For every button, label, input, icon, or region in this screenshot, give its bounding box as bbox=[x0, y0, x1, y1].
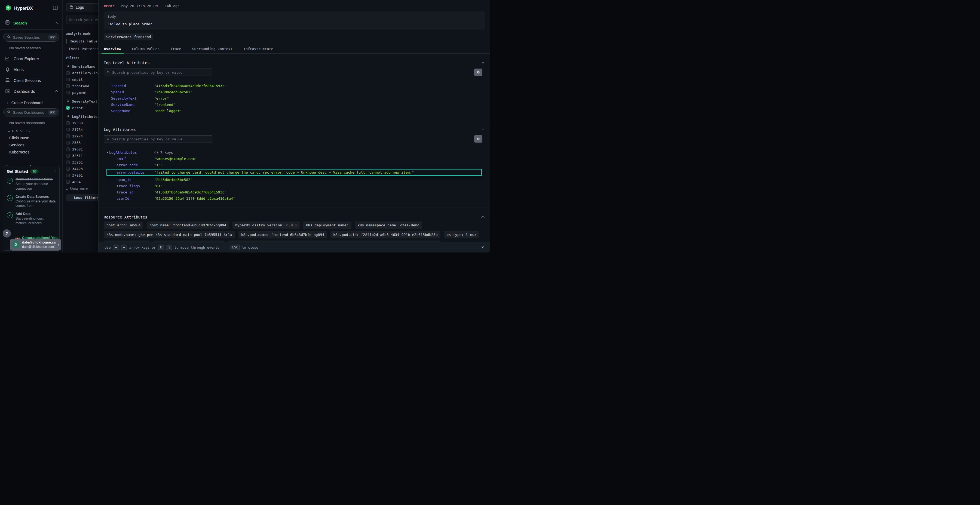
sidebar-item-search[interactable]: Search bbox=[0, 15, 62, 29]
brand-name: HyperDX bbox=[14, 6, 50, 11]
resource-chip[interactable]: host.name: frontend-6b6c8d7bfd-ng894 bbox=[147, 221, 229, 229]
tab-surrounding-context[interactable]: Surrounding Context bbox=[190, 45, 235, 54]
filter-option-checked[interactable]: ✓error bbox=[66, 106, 98, 110]
saved-searches-input[interactable]: ⌘K bbox=[3, 33, 59, 41]
attribute-row[interactable]: ServiceNamefrontend bbox=[104, 102, 485, 108]
archive-box-icon bbox=[69, 5, 73, 10]
checkbox[interactable] bbox=[66, 154, 70, 157]
collapse-section-icon[interactable] bbox=[481, 129, 484, 132]
resource-chip[interactable]: host.arch: amd64 bbox=[104, 221, 143, 229]
attribute-row-highlighted[interactable]: error.detailsfailed to charge card: coul… bbox=[107, 169, 482, 176]
property-search-input[interactable] bbox=[104, 68, 212, 76]
get-started-item[interactable]: ✓ Add Data Start sending logs, metrics, … bbox=[7, 212, 56, 226]
presets-toggle[interactable]: PRESETS bbox=[8, 129, 62, 133]
resource-chip[interactable]: k8s.pod.uid: f284fb2d-a0b3-4634-991b-e2c… bbox=[331, 231, 441, 238]
saved-dashboards-field[interactable] bbox=[13, 110, 46, 114]
preset-services[interactable]: Services bbox=[9, 143, 62, 147]
resource-chip[interactable]: k8s.node.name: gke-pme-k8s-standard-main… bbox=[104, 231, 235, 238]
checkbox[interactable] bbox=[66, 167, 70, 171]
saved-dashboards-input[interactable]: ⌘K bbox=[3, 108, 59, 116]
event-search-field[interactable] bbox=[69, 18, 98, 22]
check-circle-icon: ✓ bbox=[7, 178, 13, 184]
checkbox[interactable] bbox=[66, 78, 70, 81]
filter-option[interactable]: 22974 bbox=[66, 134, 98, 138]
filter-option[interactable]: 32311 bbox=[66, 154, 98, 158]
tab-overview[interactable]: Overview bbox=[102, 45, 124, 54]
close-icon[interactable]: × bbox=[481, 245, 484, 250]
filter-option[interactable]: payment bbox=[66, 91, 98, 95]
checkbox[interactable] bbox=[66, 173, 70, 177]
attribute-row[interactable]: SpanId2b43d0c4dd6bc582 bbox=[104, 89, 485, 95]
filter-option[interactable]: frontend bbox=[66, 84, 98, 88]
filter-option[interactable]: email bbox=[66, 78, 98, 82]
attribute-row[interactable]: emailvmoses@example.com bbox=[104, 156, 485, 162]
attribute-row[interactable]: SeverityTexterror bbox=[104, 95, 485, 102]
tab-trace[interactable]: Trace bbox=[168, 45, 183, 54]
mode-results-table[interactable]: Results Table bbox=[66, 39, 98, 43]
filter-option[interactable]: 34423 bbox=[66, 167, 98, 171]
filter-option[interactable]: 4894 bbox=[66, 180, 98, 184]
attribute-row[interactable]: ScopeNamenode-logger bbox=[104, 108, 485, 114]
less-filters-button[interactable]: Less filters bbox=[66, 194, 98, 201]
filter-option[interactable]: 19350 bbox=[66, 121, 98, 125]
source-select[interactable]: Logs bbox=[66, 3, 98, 11]
filter-option[interactable]: 37801 bbox=[66, 173, 98, 178]
resource-chip[interactable]: k8s.namespace.name: otel-demo bbox=[355, 221, 422, 229]
checkbox[interactable] bbox=[66, 91, 70, 94]
saved-searches-field[interactable] bbox=[13, 35, 46, 40]
collapse-section-icon[interactable] bbox=[481, 216, 484, 219]
get-started-item[interactable]: ✓ Connect to ClickHouse Set up your data… bbox=[7, 177, 56, 191]
checkbox-checked[interactable]: ✓ bbox=[66, 106, 70, 110]
attribute-row[interactable]: TraceId4156d3fbc40a64854d9dc7f68641593c bbox=[104, 83, 485, 89]
resource-chip[interactable]: k8s.deployment.name: bbox=[303, 221, 352, 229]
filter-option[interactable]: 21734 bbox=[66, 128, 98, 132]
attribute-row[interactable]: span_id2b43d0c4dd6bc582 bbox=[104, 176, 485, 183]
gear-icon[interactable]: ⚙ bbox=[474, 135, 482, 143]
create-dashboard-button[interactable]: + Create Dashboard bbox=[0, 97, 62, 105]
checkbox[interactable] bbox=[66, 160, 70, 164]
property-search-field[interactable] bbox=[112, 70, 209, 75]
attribute-row[interactable]: trace_id4156d3fbc40a64854d9dc7f68641593c bbox=[104, 189, 485, 195]
attribute-row[interactable]: trace_flags01 bbox=[104, 183, 485, 189]
attribute-row[interactable]: userId92a55156-39a4-11f0-8ddd-a2eca416a8… bbox=[104, 195, 485, 202]
sidebar-collapse-icon[interactable] bbox=[52, 5, 58, 12]
checkbox[interactable] bbox=[66, 128, 70, 132]
checkbox[interactable] bbox=[66, 134, 70, 138]
resource-chip[interactable]: k8s.pod.name: frontend-6b6c8d7bfd-ng894 bbox=[239, 231, 327, 238]
checkbox[interactable] bbox=[66, 71, 70, 75]
tab-column-values[interactable]: Column Values bbox=[130, 45, 162, 54]
checkbox[interactable] bbox=[66, 148, 70, 151]
service-name-chip[interactable]: ServiceName: frontend bbox=[104, 33, 153, 40]
checkbox[interactable] bbox=[66, 121, 70, 125]
sidebar-item-alerts[interactable]: Alerts bbox=[0, 64, 62, 75]
sidebar-item-client-sessions[interactable]: Client Sessions bbox=[0, 75, 62, 86]
filter-option[interactable]: 29081 bbox=[66, 147, 98, 151]
filter-option[interactable]: 2333 bbox=[66, 141, 98, 145]
checkbox[interactable] bbox=[66, 141, 70, 145]
collapse-section-icon[interactable] bbox=[481, 62, 484, 65]
gear-icon[interactable]: ⚙ bbox=[474, 68, 482, 76]
preset-kubernetes[interactable]: Kubernetes bbox=[9, 150, 62, 154]
attribute-tree-root[interactable]: ▾ LogAttributes {} 7 keys bbox=[104, 149, 485, 156]
checkbox[interactable] bbox=[66, 84, 70, 88]
resource-chip[interactable]: hyperdx.distro.version: 0.8.1 bbox=[232, 221, 300, 229]
event-search-input[interactable] bbox=[66, 15, 98, 24]
filter-option[interactable]: 33261 bbox=[66, 160, 98, 164]
tab-infrastructure[interactable]: Infrastructure bbox=[241, 45, 276, 54]
mode-event-patterns[interactable]: Event Patterns bbox=[66, 46, 98, 51]
preset-clickhouse[interactable]: ClickHouse bbox=[9, 136, 62, 140]
user-menu[interactable]: D dale@clickhouse.com dale@clickhouse.co… bbox=[10, 239, 61, 251]
sidebar-item-dashboards[interactable]: Dashboards bbox=[0, 86, 62, 97]
attribute-row[interactable]: error.code13 bbox=[104, 162, 485, 168]
sidebar-item-chart-explorer[interactable]: Chart Explorer bbox=[0, 53, 62, 64]
show-more-button[interactable]: Show more bbox=[66, 187, 98, 191]
chevron-up-icon[interactable] bbox=[53, 170, 56, 173]
tree-caret-icon[interactable]: ▾ bbox=[107, 149, 109, 156]
help-button[interactable]: ? bbox=[3, 229, 11, 238]
get-started-item[interactable]: ✓ Create Data Sources Configure where yo… bbox=[7, 195, 56, 208]
filter-option[interactable]: artillery-loa bbox=[66, 71, 98, 75]
property-search-field[interactable] bbox=[112, 137, 209, 141]
resource-chip[interactable]: os.type: linux bbox=[444, 231, 479, 238]
property-search-input[interactable] bbox=[104, 135, 212, 143]
checkbox[interactable] bbox=[66, 180, 70, 184]
